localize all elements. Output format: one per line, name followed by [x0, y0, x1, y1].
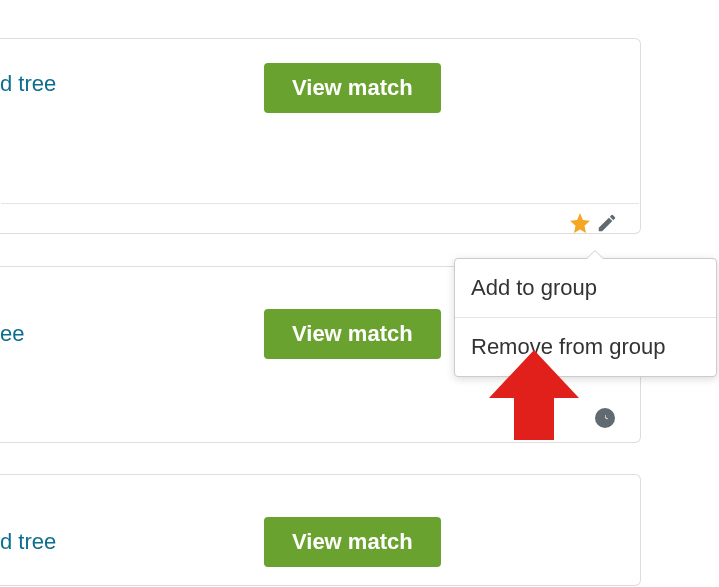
tree-link[interactable]: d tree — [0, 71, 56, 97]
menu-item-remove-from-group[interactable]: Remove from group — [455, 317, 716, 376]
tree-link[interactable]: d tree — [0, 529, 56, 555]
match-card: d tree View match — [0, 38, 641, 234]
clock-icon[interactable] — [595, 408, 615, 428]
view-match-button[interactable]: View match — [264, 309, 441, 359]
group-dropdown: Add to group Remove from group — [454, 258, 717, 377]
page-root: d tree View match ee View match d tree V… — [0, 0, 719, 587]
view-match-button[interactable]: View match — [264, 517, 441, 567]
view-match-button[interactable]: View match — [264, 63, 441, 113]
tree-link[interactable]: ee — [0, 321, 24, 347]
match-card: d tree View match — [0, 474, 641, 586]
menu-item-add-to-group[interactable]: Add to group — [455, 259, 716, 317]
card-actions — [568, 211, 618, 235]
star-icon[interactable] — [568, 211, 592, 235]
pencil-icon[interactable] — [596, 212, 618, 234]
card-divider — [1, 203, 639, 204]
